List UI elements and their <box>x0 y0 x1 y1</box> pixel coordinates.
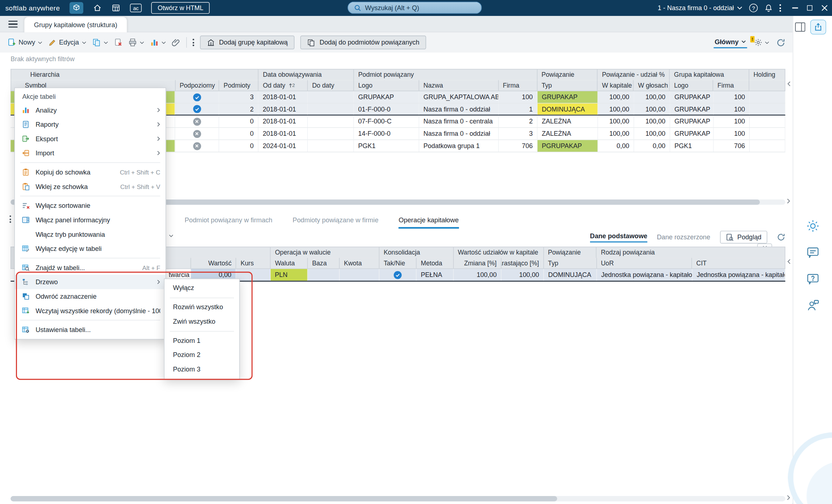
column-header[interactable]: CIT <box>692 258 785 268</box>
column-header[interactable]: W kapitale <box>598 80 634 91</box>
grid-apps-icon[interactable] <box>112 4 121 12</box>
column-group[interactable]: Rodzaj powiązania <box>597 247 785 258</box>
submenu-item-zwin-wszystko[interactable]: Zwiń wszystko <box>164 315 239 329</box>
column-header[interactable]: Waluta <box>271 258 308 268</box>
column-header[interactable]: Podmioty <box>220 80 259 91</box>
tab-podmioty-powiazane-w-firmie[interactable]: Podmioty powiązane w firmie <box>293 217 379 229</box>
column-header[interactable]: Wartość <box>191 258 236 268</box>
close-button[interactable] <box>821 5 828 11</box>
submenu-item-poziom-1[interactable]: Poziom 1 <box>164 334 239 348</box>
preview-button[interactable]: Podgląd <box>720 231 767 243</box>
menu-item-eksport[interactable]: Eksport <box>15 131 166 146</box>
open-html-button[interactable]: Otwórz w HTML <box>151 2 210 14</box>
menu-item-wklej-ze-schowka[interactable]: Wklej ze schowka Ctrl + Shift + V <box>15 179 166 194</box>
submenu-item-wylacz[interactable]: Wyłącz <box>164 281 239 296</box>
refresh-button[interactable] <box>776 38 785 47</box>
column-header[interactable]: Metoda <box>417 258 453 268</box>
menu-item-wylacz-sortowanie[interactable]: Wyłącz sortowanie <box>15 198 166 213</box>
scroll-right-icon[interactable] <box>786 198 791 204</box>
submenu-item-poziom-2[interactable]: Poziom 2 <box>164 348 239 362</box>
view-dane-podstawowe[interactable]: Dane podstawowe <box>590 232 647 242</box>
column-header[interactable] <box>749 80 785 91</box>
menu-item-ustawienia-tabeli[interactable]: Ustawienia tabeli... <box>15 323 166 337</box>
home-icon[interactable] <box>93 4 102 12</box>
toolbar-more-icon[interactable] <box>192 39 194 46</box>
menu-item-analizy[interactable]: Analizy <box>15 103 166 117</box>
column-header[interactable]: Typ <box>544 258 597 268</box>
add-to-related-button[interactable]: Dodaj do podmiotów powiązanych <box>301 35 426 49</box>
menu-item-odwroc-zaznaczenie[interactable]: Odwróć zaznaczenie <box>15 289 166 304</box>
more-options-icon[interactable] <box>779 4 781 12</box>
maximize-button[interactable] <box>807 5 812 11</box>
column-header[interactable]: Podpoziomy <box>175 80 219 91</box>
column-header[interactable]: Nazwa <box>419 80 498 91</box>
column-header[interactable]: Zmiana [%] <box>453 258 501 268</box>
column-header[interactable]: Firma <box>499 80 538 91</box>
chat-feedback-icon[interactable] <box>806 245 820 259</box>
assistant-icon[interactable] <box>806 219 820 233</box>
column-header[interactable]: Narastająco [%] <box>501 258 544 268</box>
search-input[interactable]: Wyszukaj (Alt + Q) <box>348 1 482 14</box>
add-capital-group-button[interactable]: Dodaj grupę kapitałową <box>200 35 294 49</box>
column-group[interactable]: Powiązanie - udział % <box>598 70 670 80</box>
column-header[interactable]: Logo <box>670 80 713 91</box>
hamburger-menu-icon[interactable] <box>8 21 17 28</box>
column-header[interactable]: Kurs <box>236 258 271 268</box>
scrollbar-thumb[interactable] <box>11 496 557 501</box>
help-chat-icon[interactable] <box>806 272 820 286</box>
ac-badge[interactable]: ac <box>130 4 142 12</box>
column-group[interactable]: Operacja w walucie <box>271 247 380 258</box>
column-group[interactable]: Grupa kapitałowa <box>670 70 749 80</box>
analyses-button[interactable] <box>150 38 166 46</box>
menu-item-raporty[interactable]: Raporty <box>15 117 166 132</box>
chevron-down-icon[interactable] <box>169 235 173 237</box>
column-header[interactable]: Baza <box>308 258 340 268</box>
view-selector[interactable]: Główny <box>714 37 747 48</box>
layout-panels-icon[interactable] <box>795 22 805 32</box>
column-group[interactable]: Data obowiązywania <box>259 70 354 80</box>
submenu-item-rozwin-wszystko[interactable]: Rozwiń wszystko <box>164 300 239 315</box>
minimize-button[interactable] <box>792 8 798 9</box>
panel-more-icon[interactable] <box>9 215 11 223</box>
scroll-right-icon[interactable] <box>786 495 791 500</box>
column-group[interactable]: Podmiot powiązany <box>354 70 537 80</box>
bottom-refresh-button[interactable] <box>777 233 785 241</box>
header-collapse-icon[interactable] <box>787 81 791 87</box>
tab-podmiot-powiazany-w-firmach[interactable]: Podmiot powiązany w firmach <box>185 217 272 229</box>
delete-button[interactable] <box>114 38 122 46</box>
tab-operacje-kapitalowe[interactable]: Operacje kapitałowe <box>398 217 459 229</box>
new-button[interactable]: Nowy <box>8 38 43 46</box>
share-button[interactable] <box>810 20 826 34</box>
column-group[interactable]: Hierarchia <box>11 70 259 80</box>
edit-button[interactable]: Edycja <box>49 38 87 46</box>
menu-item-wczytaj-wszystkie-rekordy[interactable]: Wczytaj wszystkie rekordy (domyślnie - 1… <box>15 303 166 318</box>
column-header[interactable]: UoR <box>597 258 692 268</box>
menu-item-wylacz-edycje-w-tabeli[interactable]: Wyłącz edycję w tabeli <box>15 242 166 256</box>
tab-grupy-kapitalowe[interactable]: Grupy kapitałowe (struktura) <box>24 17 127 32</box>
menu-item-import[interactable]: Import <box>15 146 166 160</box>
column-group[interactable]: Wartość udziałów w kapitale <box>453 247 544 258</box>
column-group[interactable]: Holding <box>749 70 785 80</box>
company-selector[interactable]: 1 - Nasza firma 0 - oddział <box>658 4 743 12</box>
notifications-bell-icon[interactable] <box>765 4 773 12</box>
bottom-grid-hscrollbar[interactable] <box>11 496 785 501</box>
menu-item-wlacz-tryb-punktowania[interactable]: Włącz tryb punktowania <box>15 227 166 242</box>
menu-item-kopiuj-do-schowka[interactable]: Kopiuj do schowka Ctrl + Shift + C <box>15 165 166 180</box>
column-header-sorted[interactable]: Od daty 2 <box>259 80 308 91</box>
contact-support-icon[interactable] <box>806 299 820 312</box>
column-header[interactable]: Logo <box>354 80 419 91</box>
menu-item-drzewo[interactable]: Drzewo <box>15 275 166 289</box>
view-dane-rozszerzone[interactable]: Dane rozszerzone <box>657 234 710 241</box>
duplicate-button[interactable] <box>92 38 108 46</box>
grid-settings-button[interactable]: ! <box>754 38 769 46</box>
help-icon[interactable]: ? <box>749 4 757 12</box>
column-group[interactable]: Powiązanie <box>544 247 597 258</box>
print-button[interactable] <box>128 38 144 46</box>
menu-item-znajdz-w-tabeli[interactable]: Znajdź w tabeli... Alt + F <box>15 260 166 275</box>
column-header[interactable]: W głosach <box>634 80 670 91</box>
menu-item-wlacz-panel-informacyjny[interactable]: Włącz panel informacyjny <box>15 213 166 227</box>
header-collapse-icon[interactable] <box>787 259 791 264</box>
submenu-item-poziom-3[interactable]: Poziom 3 <box>164 362 239 377</box>
column-header[interactable]: Typ <box>537 80 598 91</box>
column-header[interactable]: Do daty <box>308 80 354 91</box>
